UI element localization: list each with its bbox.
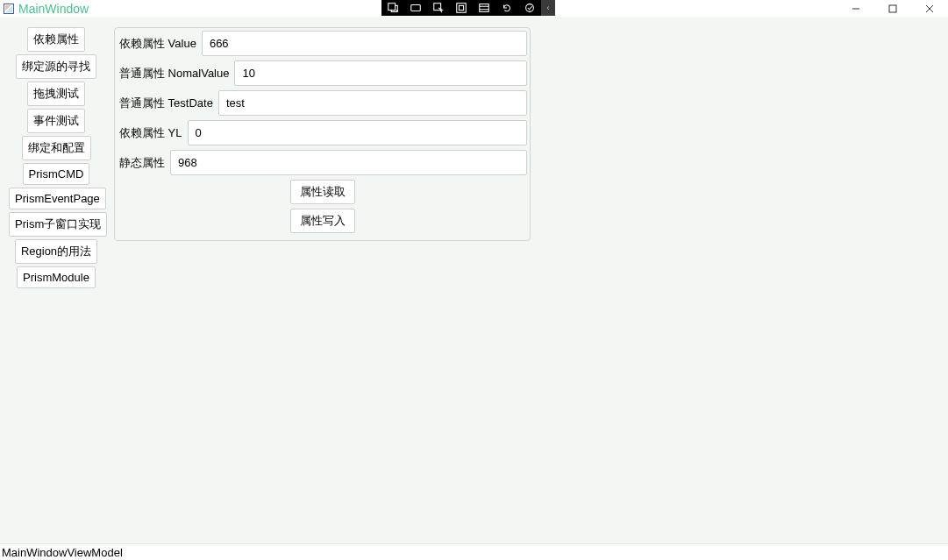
panel-buttons: 属性读取 属性写入 [118, 180, 527, 233]
svg-rect-3 [457, 4, 467, 13]
svg-rect-1 [411, 5, 421, 11]
select-cursor-icon[interactable] [427, 0, 450, 16]
app-icon [4, 4, 14, 14]
sidebar-item-prism-module[interactable]: PrismModule [17, 266, 96, 288]
write-property-button[interactable]: 属性写入 [290, 209, 355, 233]
svg-point-6 [526, 4, 534, 12]
input-dependency-value[interactable] [202, 31, 527, 56]
read-property-button[interactable]: 属性读取 [290, 180, 355, 204]
toolbar-collapse-icon[interactable]: ‹ [541, 0, 555, 16]
input-normal-value[interactable] [234, 60, 527, 86]
row-test-date: 普通属性 TestDate [118, 90, 527, 116]
sidebar-item-drag-test[interactable]: 拖拽测试 [27, 82, 85, 106]
sidebar-item-dependency-property[interactable]: 依赖属性 [27, 27, 85, 52]
sidebar-item-event-test[interactable]: 事件测试 [27, 109, 85, 133]
label-dependency-yl: 依赖属性 YL [118, 125, 182, 141]
window-controls [838, 0, 948, 17]
minimize-button[interactable] [838, 0, 874, 17]
svg-rect-4 [459, 5, 463, 10]
label-dependency-value: 依赖属性 Value [118, 36, 196, 52]
sidebar-item-prism-subwindow[interactable]: Prism子窗口实现 [9, 212, 107, 237]
sidebar: 依赖属性 绑定源的寻找 拖拽测试 事件测试 绑定和配置 PrismCMD Pri… [9, 27, 103, 288]
debug-toolbar: ‹ [381, 0, 555, 16]
input-static-property[interactable] [170, 150, 527, 175]
svg-rect-0 [388, 4, 396, 11]
label-normal-value: 普通属性 NomalValue [118, 66, 229, 82]
live-tree-icon[interactable] [381, 0, 404, 16]
label-static-property: 静态属性 [118, 155, 165, 171]
content-area: 依赖属性 绑定源的寻找 拖拽测试 事件测试 绑定和配置 PrismCMD Pri… [0, 17, 948, 543]
status-bar: MainWindowViewModel [0, 543, 948, 560]
focus-rect-icon[interactable] [450, 0, 473, 16]
status-text: MainWindowViewModel [2, 546, 123, 559]
select-box-icon[interactable] [404, 0, 427, 16]
layout-bounds-icon[interactable] [473, 0, 495, 16]
input-test-date[interactable] [218, 90, 527, 116]
titlebar: MainWindow ‹ [0, 0, 948, 17]
close-button[interactable] [911, 0, 948, 17]
sidebar-item-prism-cmd[interactable]: PrismCMD [23, 163, 90, 185]
refresh-icon[interactable] [495, 0, 518, 16]
sidebar-item-binding-source[interactable]: 绑定源的寻找 [16, 54, 96, 79]
sidebar-item-prism-event-page[interactable]: PrismEventPage [9, 188, 106, 209]
svg-rect-7 [889, 5, 896, 12]
property-panel: 依赖属性 Value 普通属性 NomalValue 普通属性 TestDate… [114, 27, 531, 241]
label-test-date: 普通属性 TestDate [118, 96, 213, 111]
row-normal-value: 普通属性 NomalValue [118, 60, 527, 86]
row-static-property: 静态属性 [118, 150, 527, 175]
sidebar-item-region-usage[interactable]: Region的用法 [15, 239, 97, 264]
sidebar-item-binding-config[interactable]: 绑定和配置 [22, 136, 91, 160]
maximize-button[interactable] [874, 0, 911, 17]
svg-rect-5 [480, 4, 489, 12]
check-icon[interactable] [518, 0, 541, 16]
input-dependency-yl[interactable] [188, 120, 527, 145]
row-dependency-value: 依赖属性 Value [118, 31, 527, 56]
row-dependency-yl: 依赖属性 YL [118, 120, 527, 145]
window-title: MainWindow [18, 2, 89, 16]
